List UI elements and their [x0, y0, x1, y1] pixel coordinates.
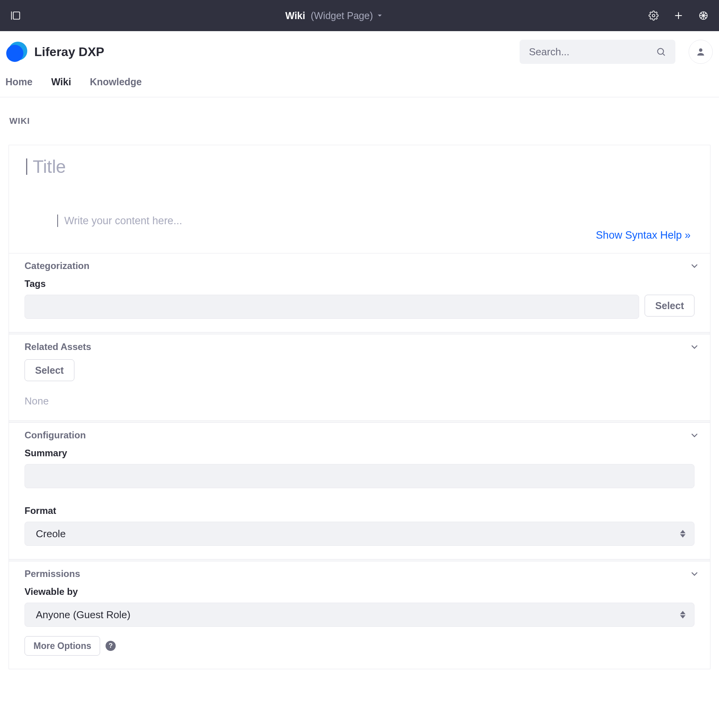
format-select[interactable]: Creole: [25, 522, 694, 546]
section-title: Categorization: [25, 260, 90, 271]
simulation-icon[interactable]: [697, 9, 710, 22]
section-header-configuration[interactable]: Configuration: [9, 423, 710, 448]
add-icon[interactable]: [672, 9, 685, 22]
select-arrows-icon: [680, 530, 686, 538]
more-options-button[interactable]: More Options: [25, 636, 100, 656]
search-input[interactable]: [529, 46, 656, 58]
panel-toggle-icon[interactable]: [9, 9, 22, 22]
site-name[interactable]: Liferay DXP: [34, 45, 104, 59]
format-select-value: Creole: [36, 528, 66, 540]
viewable-by-select[interactable]: Anyone (Guest Role): [25, 603, 694, 627]
select-arrows-icon: [680, 611, 686, 619]
svg-point-11: [6, 45, 23, 62]
summary-label: Summary: [25, 448, 694, 459]
section-header-categorization[interactable]: Categorization: [9, 253, 710, 278]
content-input[interactable]: Write your content here...: [26, 215, 698, 227]
related-assets-select-button[interactable]: Select: [25, 359, 74, 381]
tags-label: Tags: [25, 278, 694, 289]
svg-rect-1: [13, 12, 19, 19]
viewable-by-select-value: Anyone (Guest Role): [36, 609, 130, 621]
section-related-assets: Related Assets Select None: [9, 334, 710, 420]
caret-icon: [57, 215, 58, 227]
title-input[interactable]: Title: [26, 156, 698, 177]
breadcrumb[interactable]: WIKI: [9, 116, 710, 126]
svg-point-12: [657, 48, 663, 54]
section-configuration: Configuration Summary Format Creole: [9, 423, 710, 559]
user-menu[interactable]: [689, 40, 713, 64]
page-title-type: (Widget Page): [311, 10, 373, 21]
main-nav: Home Wiki Knowledge: [0, 72, 719, 97]
wiki-form-panel: Title Write your content here... Show Sy…: [9, 145, 710, 669]
search-icon[interactable]: [656, 47, 666, 57]
related-assets-none: None: [25, 395, 694, 407]
site-header: Liferay DXP: [0, 31, 719, 72]
nav-wiki[interactable]: Wiki: [51, 76, 71, 88]
viewable-by-label: Viewable by: [25, 586, 694, 597]
page-title-bold: Wiki: [285, 10, 305, 21]
format-label: Format: [25, 505, 694, 516]
section-categorization: Categorization Tags Select: [9, 253, 710, 332]
chevron-down-icon: [689, 430, 700, 441]
title-placeholder: Title: [33, 156, 66, 177]
page-title-chevron-icon[interactable]: [376, 9, 384, 22]
svg-point-2: [652, 14, 655, 17]
syntax-help-link[interactable]: Show Syntax Help »: [596, 229, 691, 241]
section-permissions: Permissions Viewable by Anyone (Guest Ro…: [9, 561, 710, 669]
site-logo: [5, 41, 27, 63]
chevron-down-icon: [689, 260, 700, 271]
search-bar[interactable]: [520, 40, 675, 64]
svg-point-14: [699, 48, 703, 52]
section-title: Related Assets: [25, 341, 91, 352]
admin-top-bar: Wiki (Widget Page): [0, 0, 719, 31]
help-icon[interactable]: ?: [106, 641, 116, 651]
section-title: Configuration: [25, 430, 86, 441]
content-placeholder: Write your content here...: [64, 215, 182, 227]
section-header-related-assets[interactable]: Related Assets: [9, 334, 710, 359]
chevron-down-icon: [689, 341, 700, 352]
caret-icon: [26, 158, 27, 175]
summary-input[interactable]: [25, 464, 694, 488]
user-icon: [696, 47, 706, 57]
tags-select-button[interactable]: Select: [645, 295, 694, 317]
nav-home[interactable]: Home: [5, 76, 32, 88]
section-title: Permissions: [25, 568, 80, 579]
chevron-down-icon: [689, 568, 700, 579]
tags-input[interactable]: [25, 295, 639, 319]
svg-line-13: [663, 54, 665, 56]
configure-icon[interactable]: [647, 9, 660, 22]
nav-knowledge[interactable]: Knowledge: [90, 76, 142, 88]
section-header-permissions[interactable]: Permissions: [9, 561, 710, 586]
